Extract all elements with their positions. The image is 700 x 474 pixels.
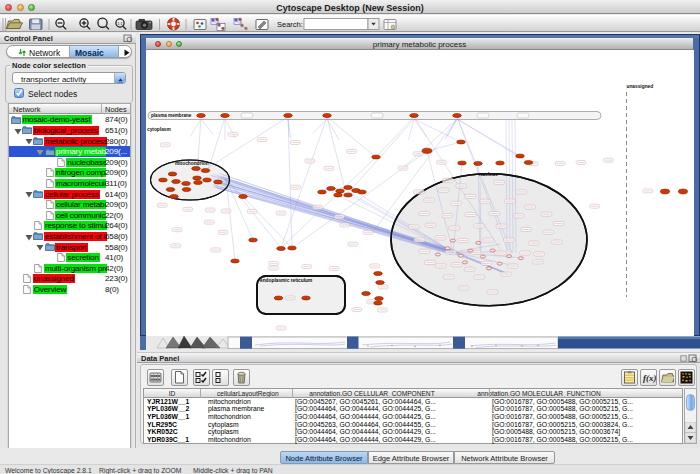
svg-text:unassigned: unassigned [627, 84, 654, 89]
svg-text:1:1: 1:1 [118, 22, 123, 26]
svg-text:plasma membrane: plasma membrane [151, 113, 192, 118]
svg-text:endoplasmic reticulum: endoplasmic reticulum [260, 278, 312, 283]
svg-text:cytoplasm: cytoplasm [147, 127, 171, 132]
svg-text:f(x): f(x) [643, 373, 656, 383]
svg-text:Search:: Search: [277, 20, 303, 29]
